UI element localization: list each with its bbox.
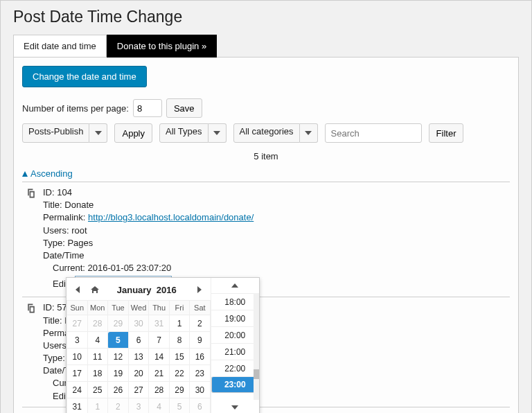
calendar-dow: Sat xyxy=(190,301,210,315)
time-option[interactable]: 18:00 xyxy=(211,293,260,310)
time-option[interactable]: 21:00 xyxy=(211,343,260,360)
item-permalink-row: Permalink: http://blog3.localhost.locald… xyxy=(43,211,510,224)
tab-edit[interactable]: Edit date and time xyxy=(13,35,107,58)
calendar-day[interactable]: 31 xyxy=(67,398,88,414)
item-title: Title: Donate xyxy=(43,199,510,211)
time-up-button[interactable] xyxy=(211,278,260,293)
time-scrollbar-thumb[interactable] xyxy=(254,369,259,379)
calendar-day[interactable]: 30 xyxy=(190,382,210,398)
post-types-select[interactable]: All Types xyxy=(159,123,209,143)
calendar-day[interactable]: 17 xyxy=(67,365,88,382)
datetime-picker: January 2016 SunMonTueWedThuFriSat 27282… xyxy=(66,277,260,413)
tab-donate[interactable]: Donate to this plugin » xyxy=(107,35,217,58)
time-option[interactable]: 19:00 xyxy=(211,310,260,326)
calendar-day[interactable]: 10 xyxy=(67,349,88,365)
item-count: 5 item xyxy=(22,151,510,161)
calendar-day[interactable]: 3 xyxy=(67,332,88,349)
calendar-day[interactable]: 2 xyxy=(190,315,210,332)
calendar-day[interactable]: 22 xyxy=(169,365,189,382)
calendar-day[interactable]: 16 xyxy=(190,349,210,365)
calendar-day[interactable]: 28 xyxy=(87,315,108,332)
calendar-day[interactable]: 15 xyxy=(169,349,189,365)
calendar-day[interactable]: 19 xyxy=(108,365,129,382)
calendar-dow: Wed xyxy=(128,301,149,315)
calendar-day[interactable]: 6 xyxy=(128,332,149,349)
copy-icon xyxy=(26,303,37,314)
calendar-day[interactable]: 13 xyxy=(128,349,149,365)
categories-dropdown-icon[interactable] xyxy=(300,123,318,143)
calendar-month: January xyxy=(117,285,152,295)
post-status-select[interactable]: Posts-Publish xyxy=(22,123,89,143)
time-option[interactable]: 20:00 xyxy=(211,326,260,343)
calendar-day[interactable]: 23 xyxy=(190,365,210,382)
tab-bar: Edit date and time Donate to this plugin… xyxy=(13,35,519,58)
calendar-day[interactable]: 11 xyxy=(87,349,108,365)
apply-button[interactable]: Apply xyxy=(114,123,152,143)
calendar-day[interactable]: 9 xyxy=(190,332,210,349)
calendar-day[interactable]: 21 xyxy=(149,365,169,382)
calendar-day[interactable]: 2 xyxy=(108,398,129,414)
item-current-label: Current: xyxy=(53,263,85,273)
item-datetime-label: Date/Time xyxy=(43,249,510,262)
calendar-day[interactable]: 3 xyxy=(128,398,149,414)
calendar-prev-button[interactable] xyxy=(71,282,86,297)
calendar-home-button[interactable] xyxy=(87,282,103,297)
calendar-day[interactable]: 31 xyxy=(149,315,169,332)
time-option[interactable]: 22:00 xyxy=(211,360,260,376)
item-current-value: 2016-01-05 23:07:20 xyxy=(88,263,172,273)
change-datetime-button[interactable]: Change the date and time xyxy=(22,66,147,87)
calendar-day[interactable]: 7 xyxy=(149,332,169,349)
calendar-day[interactable]: 14 xyxy=(149,349,169,365)
items-per-page-input[interactable] xyxy=(133,99,162,117)
time-scrollbar[interactable] xyxy=(254,293,259,400)
page-title: Post Date Time Change xyxy=(13,8,519,26)
filter-button[interactable]: Filter xyxy=(429,123,464,143)
calendar-dow: Thu xyxy=(149,301,169,315)
sort-ascending-link[interactable]: Ascending xyxy=(22,166,73,182)
calendar-day[interactable]: 29 xyxy=(169,382,189,398)
save-button[interactable]: Save xyxy=(166,98,202,118)
calendar-dow: Mon xyxy=(87,301,108,315)
items-per-page-label: Number of items per page: xyxy=(22,103,129,114)
post-status-dropdown-icon[interactable] xyxy=(89,123,107,143)
calendar-day[interactable]: 27 xyxy=(67,315,88,332)
calendar-day[interactable]: 8 xyxy=(169,332,189,349)
calendar-day[interactable]: 6 xyxy=(190,398,210,414)
time-option[interactable]: 23:00 xyxy=(211,376,260,393)
calendar-dow: Sun xyxy=(67,301,88,315)
categories-select[interactable]: All categories xyxy=(233,123,300,143)
calendar-day[interactable]: 4 xyxy=(87,332,108,349)
calendar-day[interactable]: 29 xyxy=(108,315,129,332)
calendar-day[interactable]: 26 xyxy=(108,382,129,398)
time-down-button[interactable] xyxy=(211,400,260,413)
item-permalink-link[interactable]: http://blog3.localhost.localdomain/donat… xyxy=(88,212,254,222)
calendar-dow: Tue xyxy=(108,301,129,315)
calendar-next-button[interactable] xyxy=(191,282,206,297)
item-id: ID: 104 xyxy=(43,186,510,199)
calendar-grid: SunMonTueWedThuFriSat 272829303112345678… xyxy=(66,300,211,413)
item-permalink-label: Permalink: xyxy=(43,212,85,222)
item-type: Type: Pages xyxy=(43,237,510,249)
calendar-year: 2016 xyxy=(157,285,177,295)
search-input[interactable] xyxy=(325,123,422,143)
calendar-title[interactable]: January 2016 xyxy=(117,285,177,295)
triangle-up-icon xyxy=(22,171,28,177)
calendar-day[interactable]: 5 xyxy=(108,332,129,349)
post-types-dropdown-icon[interactable] xyxy=(209,123,227,143)
calendar-dow: Fri xyxy=(169,301,189,315)
calendar-day[interactable]: 12 xyxy=(108,349,129,365)
calendar-day[interactable]: 4 xyxy=(149,398,169,414)
calendar-day[interactable]: 20 xyxy=(128,365,149,382)
calendar-day[interactable]: 18 xyxy=(87,365,108,382)
sort-label: Ascending xyxy=(30,168,73,179)
calendar-day[interactable]: 5 xyxy=(169,398,189,414)
calendar-day[interactable]: 1 xyxy=(169,315,189,332)
calendar-day[interactable]: 1 xyxy=(87,398,108,414)
calendar-day[interactable]: 30 xyxy=(128,315,149,332)
calendar-day[interactable]: 27 xyxy=(128,382,149,398)
calendar-day[interactable]: 28 xyxy=(149,382,169,398)
item-users: Users: root xyxy=(43,225,510,237)
copy-icon xyxy=(26,188,37,199)
calendar-day[interactable]: 24 xyxy=(67,382,88,398)
calendar-day[interactable]: 25 xyxy=(87,382,108,398)
